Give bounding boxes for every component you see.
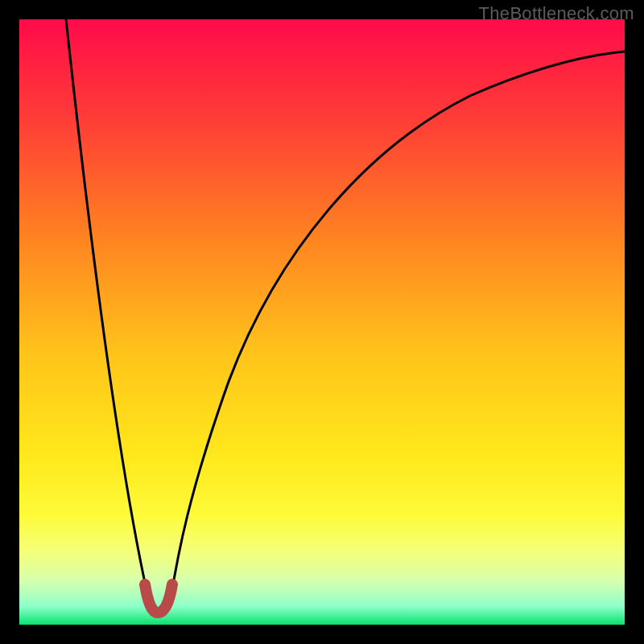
curve-right-branch [171, 52, 625, 599]
penalty-curve-svg [19, 19, 625, 625]
chart-area [19, 19, 625, 625]
curve-min-marker [145, 584, 172, 613]
curve-left-branch [66, 19, 171, 614]
